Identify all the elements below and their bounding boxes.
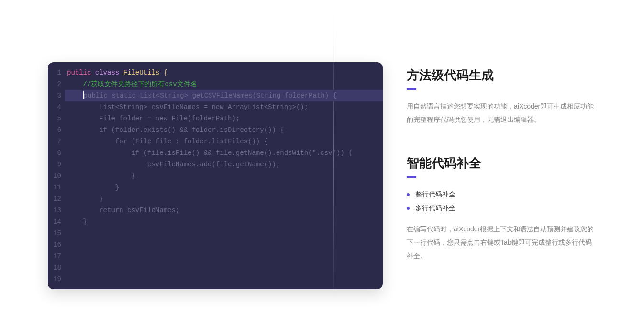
- code-token: }: [67, 184, 119, 191]
- line-number: 15: [51, 228, 61, 239]
- line-number: 1: [51, 67, 61, 78]
- code-line[interactable]: }: [65, 193, 383, 205]
- line-number: 8: [51, 147, 61, 159]
- code-token: }: [67, 195, 103, 203]
- code-line[interactable]: }: [65, 170, 383, 182]
- code-line[interactable]: [65, 228, 383, 239]
- section-title: 智能代码补全: [407, 155, 596, 172]
- code-token: public: [67, 69, 95, 76]
- line-number: 19: [51, 273, 61, 285]
- code-token: csvFileNames.add(file.getName());: [67, 161, 280, 168]
- code-token: clvass: [95, 69, 123, 76]
- code-line[interactable]: if (file.isFile() && file.getName().ends…: [65, 147, 383, 159]
- line-number: 12: [51, 193, 61, 205]
- line-number: 16: [51, 239, 61, 250]
- code-editor[interactable]: 12345678910111213141516171819 public clv…: [48, 62, 383, 289]
- bullet-item: 多行代码补全: [407, 201, 596, 215]
- code-line[interactable]: List<String> csvFileNames = new ArrayLis…: [65, 101, 383, 113]
- code-line[interactable]: }: [65, 182, 383, 193]
- code-line[interactable]: }: [65, 216, 383, 228]
- title-underline: [407, 88, 416, 90]
- code-line[interactable]: for (File file : folder.listFiles()) {: [65, 136, 383, 147]
- code-token: return csvFileNames;: [67, 206, 179, 214]
- line-number: 5: [51, 113, 61, 124]
- code-token: //获取文件夹路径下的所有csv文件名: [83, 80, 197, 88]
- line-number: 18: [51, 262, 61, 273]
- line-number: 9: [51, 159, 61, 170]
- code-line[interactable]: [65, 250, 383, 262]
- code-token: List<String> csvFileNames = new ArrayLis…: [67, 103, 308, 111]
- code-token: for (File file : folder.listFiles()) {: [67, 138, 268, 145]
- code-content[interactable]: public clvass FileUtils { //获取文件夹路径下的所有c…: [65, 67, 383, 289]
- code-token: [67, 80, 83, 88]
- code-line[interactable]: [65, 239, 383, 250]
- code-token: }: [67, 172, 135, 180]
- line-number: 14: [51, 216, 61, 228]
- line-number: 10: [51, 170, 61, 182]
- right-panel: 方法级代码生成用自然语言描述您想要实现的功能，aiXcoder即可生成相应功能的…: [407, 62, 596, 291]
- main-container: 12345678910111213141516171819 public clv…: [0, 0, 644, 291]
- section-description: 在编写代码时，aiXcoder根据上下文和语法自动预测并建议您的下一行代码，您只…: [407, 222, 596, 262]
- bullet-item: 整行代码补全: [407, 187, 596, 201]
- line-number: 7: [51, 136, 61, 147]
- code-token: {: [164, 69, 167, 76]
- line-number: 11: [51, 182, 61, 193]
- code-line[interactable]: return csvFileNames;: [65, 205, 383, 216]
- code-line[interactable]: if (folder.exists() && folder.isDirector…: [65, 124, 383, 136]
- line-number: 4: [51, 101, 61, 113]
- section-description: 用自然语言描述您想要实现的功能，aiXcoder即可生成相应功能的完整程序代码供…: [407, 99, 596, 126]
- code-token: if (file.isFile() && file.getName().ends…: [67, 149, 353, 157]
- code-line[interactable]: [65, 273, 383, 285]
- code-line[interactable]: public clvass FileUtils {: [65, 67, 383, 78]
- section-title: 方法级代码生成: [407, 67, 596, 84]
- feature-section: 方法级代码生成用自然语言描述您想要实现的功能，aiXcoder即可生成相应功能的…: [407, 67, 596, 126]
- code-token: if (folder.exists() && folder.isDirector…: [67, 126, 284, 134]
- title-underline: [407, 176, 416, 178]
- code-line[interactable]: public static List<String> getCSVFileNam…: [65, 90, 383, 101]
- code-line[interactable]: File folder = new File(folderPath);: [65, 113, 383, 124]
- code-token: FileUtils: [123, 69, 164, 76]
- code-line[interactable]: [65, 262, 383, 273]
- code-token: [67, 92, 83, 99]
- code-line[interactable]: csvFileNames.add(file.getName());: [65, 159, 383, 170]
- feature-section: 智能代码补全整行代码补全多行代码补全在编写代码时，aiXcoder根据上下文和语…: [407, 155, 596, 262]
- code-line[interactable]: //获取文件夹路径下的所有csv文件名: [65, 78, 383, 90]
- bullet-list: 整行代码补全多行代码补全: [407, 187, 596, 216]
- line-number-gutter: 12345678910111213141516171819: [48, 67, 65, 289]
- line-number: 6: [51, 124, 61, 136]
- code-token: }: [67, 218, 87, 226]
- code-token: public static List<String> getCSVFileNam…: [84, 92, 337, 99]
- line-number: 17: [51, 250, 61, 262]
- line-number: 2: [51, 78, 61, 90]
- line-number: 13: [51, 205, 61, 216]
- code-token: File folder = new File(folderPath);: [67, 115, 240, 122]
- line-number: 3: [51, 90, 61, 101]
